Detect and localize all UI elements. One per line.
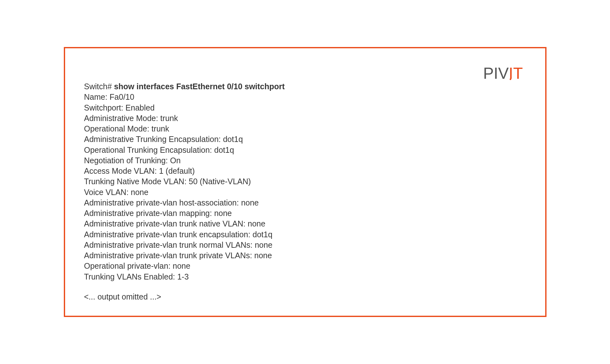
output-line: Negotiation of Trunking: On	[84, 156, 526, 165]
output-line: Access Mode VLAN: 1 (default)	[84, 166, 526, 176]
logo-char-i2: I	[509, 64, 513, 83]
output-line: Switchport: Enabled	[84, 103, 526, 113]
logo-char-t: T	[513, 64, 523, 83]
output-line: Voice VLAN: none	[84, 187, 526, 197]
output-line: Administrative private-vlan host-associa…	[84, 198, 526, 208]
output-omitted: <... output omitted ...>	[84, 292, 526, 302]
output-line: Administrative private-vlan trunk encaps…	[84, 230, 526, 239]
command-line: Switch# show interfaces FastEthernet 0/1…	[84, 82, 526, 91]
output-line: Administrative private-vlan trunk native…	[84, 219, 526, 229]
command: show interfaces FastEthernet 0/10 switch…	[114, 82, 285, 91]
output-line: Administrative Trunking Encapsulation: d…	[84, 134, 526, 144]
document-frame: PIVIT Switch# show interfaces FastEthern…	[64, 47, 546, 317]
prompt: Switch#	[84, 82, 114, 91]
pivit-logo: PIVIT	[483, 64, 523, 83]
output-line: Administrative private-vlan trunk normal…	[84, 240, 526, 250]
output-line: Administrative private-vlan mapping: non…	[84, 208, 526, 218]
output-line: Administrative Mode: trunk	[84, 113, 526, 123]
logo-char-p: P	[483, 64, 493, 83]
logo-char-v: V	[498, 64, 509, 83]
output-line: Trunking VLANs Enabled: 1-3	[84, 272, 526, 282]
terminal-output: Switch# show interfaces FastEthernet 0/1…	[84, 82, 526, 302]
logo-char-i1: I	[494, 64, 498, 83]
output-line: Trunking Native Mode VLAN: 50 (Native-VL…	[84, 177, 526, 186]
output-line: Operational Mode: trunk	[84, 124, 526, 134]
output-line: Administrative private-vlan trunk privat…	[84, 251, 526, 260]
output-line: Operational Trunking Encapsulation: dot1…	[84, 145, 526, 155]
output-line: Name: Fa0/10	[84, 92, 526, 102]
output-line: Operational private-vlan: none	[84, 261, 526, 271]
